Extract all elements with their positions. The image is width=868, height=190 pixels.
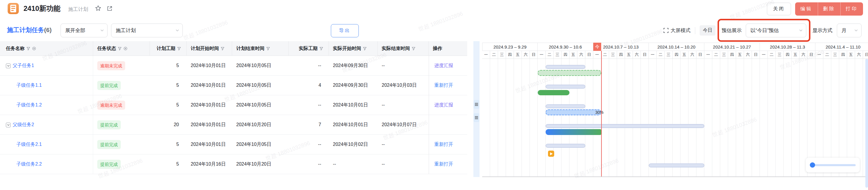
- slider-handle[interactable]: [810, 162, 815, 168]
- scope-icon[interactable]: [32, 47, 36, 51]
- planned-bar[interactable]: [546, 85, 585, 88]
- collapse-toggle-icon[interactable]: [6, 63, 10, 68]
- task-name-link[interactable]: 父子任务1: [12, 63, 34, 69]
- day-label: 四: [784, 51, 792, 59]
- filter-icon[interactable]: [177, 47, 181, 51]
- day-label: 一: [760, 51, 768, 59]
- expand-select[interactable]: 展开全部: [61, 24, 107, 37]
- day-label: 六: [744, 51, 752, 59]
- filter-icon[interactable]: [319, 47, 323, 51]
- actual-start-cell: 2024年10月02日: [329, 141, 378, 148]
- actual-progress-gradient-bar[interactable]: [546, 129, 601, 135]
- toolbar-divider: [695, 27, 695, 34]
- filter-icon[interactable]: [412, 47, 415, 51]
- task-name-link[interactable]: 子级任务1.1: [17, 82, 42, 88]
- print-button[interactable]: 打印: [840, 2, 863, 16]
- gantt-day-header: 一二三四五六日一二三四五六日一二三四五六日一二三四五六日一二三四五六日一二三四五…: [482, 51, 868, 59]
- table-gantt-splitter[interactable]: [473, 41, 479, 177]
- app-window: 世超 18801032896 世超 18801032896 世超 1880103…: [0, 0, 868, 190]
- reopen-link[interactable]: 重新打开: [434, 82, 453, 88]
- day-label: 一: [815, 51, 823, 59]
- filter-icon[interactable]: [363, 47, 367, 51]
- week-label: 2024.10.21 – 10.27: [704, 43, 760, 51]
- day-label: 五: [625, 51, 633, 59]
- planned-bar[interactable]: [546, 104, 585, 108]
- gantt-row: 30%: [482, 98, 868, 118]
- task-name-cell: 子级任务1.2: [0, 95, 93, 115]
- vertical-scrollbar[interactable]: [865, 59, 868, 188]
- milestone-play-icon[interactable]: [548, 151, 554, 157]
- progress-bar[interactable]: 30%: [546, 109, 601, 115]
- day-label: 一: [649, 51, 657, 59]
- week-label: 2024.9.30 – 10.6: [538, 43, 593, 51]
- table-row: 子级任务1.2逾期未完成52024年10月01日2024年10月05日--202…: [0, 95, 467, 115]
- plan-end-cell: 2024年10月20日: [232, 161, 288, 167]
- filter-icon[interactable]: [266, 47, 270, 51]
- estimate-select[interactable]: 以“今日”预估: [746, 24, 806, 37]
- close-button[interactable]: 关闭: [767, 3, 791, 15]
- task-name-cell: 父子任务1: [0, 56, 93, 76]
- actual-duration-cell: --: [288, 161, 329, 167]
- planned-bar[interactable]: [546, 65, 585, 69]
- progress-link[interactable]: 进度汇报: [434, 63, 453, 69]
- gantt-week-header: 2024.9.23 – 9.292024.9.30 – 10.62024.10.…: [482, 43, 868, 51]
- star-icon[interactable]: [95, 5, 101, 11]
- column-label: 任务名称: [6, 46, 25, 52]
- delete-button[interactable]: 删除: [818, 2, 840, 16]
- display-mode-select[interactable]: 月: [837, 24, 862, 37]
- status-badge: 逾期未完成: [97, 61, 125, 71]
- progress-percent-label: 30%: [595, 110, 603, 115]
- filter-icon[interactable]: [26, 47, 30, 51]
- day-label: 五: [569, 51, 578, 59]
- progress-link[interactable]: 进度汇报: [434, 102, 453, 108]
- actual-end-cell: 2024年10月07日: [378, 122, 429, 128]
- task-name-link[interactable]: 子级任务1.2: [17, 102, 42, 108]
- task-name-link[interactable]: 子级任务2.1: [17, 141, 42, 148]
- reopen-link[interactable]: 重新打开: [434, 161, 453, 167]
- filter-icon[interactable]: [118, 47, 122, 51]
- column-label: 计划开始时间: [191, 46, 219, 52]
- plan-duration-cell: 5: [150, 102, 187, 108]
- day-label: 三: [554, 51, 561, 59]
- task-name-link[interactable]: 父级任务2: [12, 122, 34, 128]
- gantt-row: [482, 118, 868, 138]
- day-label: 一: [593, 51, 601, 59]
- filter-icon[interactable]: [221, 47, 224, 51]
- export-button[interactable]: 导出: [331, 24, 359, 37]
- reopen-link[interactable]: 重新打开: [434, 141, 453, 148]
- collapse-left-handle[interactable]: [474, 100, 479, 109]
- watermark: 世超 18801032896: [182, 19, 229, 42]
- gantt-row: [482, 59, 868, 79]
- fullscreen-mode-button[interactable]: 大屏模式: [663, 27, 690, 34]
- actual-start-cell: --: [329, 161, 378, 167]
- task-name-cell: 子级任务1.1: [0, 76, 93, 95]
- plan-start-cell: 2024年10月01日: [187, 82, 232, 88]
- slider-track[interactable]: [814, 164, 856, 166]
- plan-type-select[interactable]: 施工计划: [111, 24, 183, 37]
- actual-complete-bar[interactable]: [538, 90, 569, 95]
- day-label: 三: [831, 51, 839, 59]
- expand-right-handle[interactable]: [474, 113, 479, 122]
- day-label: 六: [633, 51, 641, 59]
- scope-icon[interactable]: [123, 47, 127, 51]
- day-label: 二: [823, 51, 831, 59]
- day-label: 三: [776, 51, 784, 59]
- planned-bar[interactable]: [546, 124, 704, 128]
- day-label: 一: [704, 51, 712, 59]
- day-label: 日: [752, 51, 760, 59]
- gantt-zoom-slider: [806, 158, 860, 172]
- plan-start-cell: 2024年10月16日: [187, 161, 232, 167]
- breadcrumb: 施工计划: [68, 6, 88, 12]
- day-label: 六: [522, 51, 530, 59]
- collapse-toggle-icon[interactable]: [6, 123, 10, 127]
- gantt-toolbar: 大屏模式 今日 预估展示 以“今日”预估 显示方式 月: [663, 22, 862, 38]
- task-name-link[interactable]: 子级任务2.2: [17, 161, 42, 167]
- column-header-9: 操作: [429, 41, 467, 56]
- today-button[interactable]: 今日: [700, 25, 715, 35]
- estimated-bar[interactable]: [538, 70, 601, 76]
- edit-button[interactable]: 编辑: [795, 2, 818, 16]
- planned-bar[interactable]: [546, 144, 585, 148]
- plan-end-cell: 2024年10月05日: [232, 63, 288, 69]
- open-external-icon[interactable]: [107, 6, 113, 11]
- planned-bar[interactable]: [649, 164, 704, 167]
